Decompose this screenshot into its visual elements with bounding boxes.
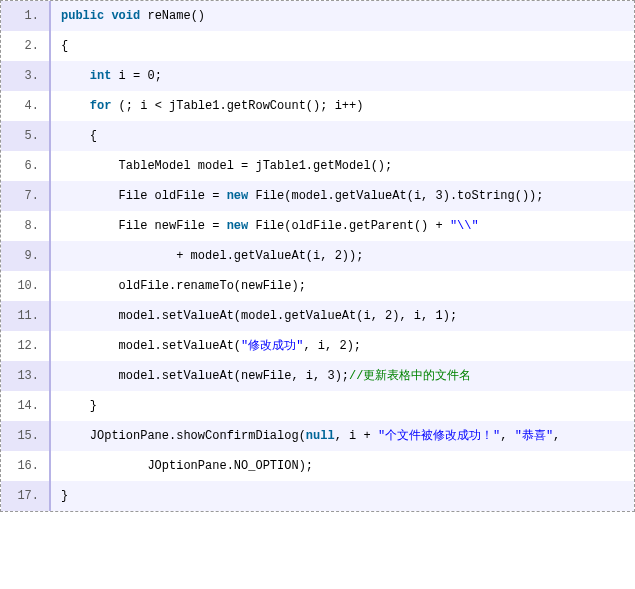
code-content: File oldFile = new File(model.getValueAt… [51,181,634,211]
code-content: { [51,121,634,151]
code-line: 1.public void reName() [1,1,634,31]
code-line: 12. model.setValueAt("修改成功", i, 2); [1,331,634,361]
line-number: 9. [1,241,51,271]
code-block: 1.public void reName()2.{3. int i = 0;4.… [0,0,635,512]
line-number: 12. [1,331,51,361]
code-content: TableModel model = jTable1.getModel(); [51,151,634,181]
code-line: 15. JOptionPane.showConfirmDialog(null, … [1,421,634,451]
code-line: 2.{ [1,31,634,61]
code-line: 16. JOptionPane.NO_OPTION); [1,451,634,481]
code-line: 9. + model.getValueAt(i, 2)); [1,241,634,271]
line-number: 4. [1,91,51,121]
code-line: 17.} [1,481,634,511]
code-content: model.setValueAt(model.getValueAt(i, 2),… [51,301,634,331]
line-number: 2. [1,31,51,61]
line-number: 14. [1,391,51,421]
code-content: model.setValueAt("修改成功", i, 2); [51,331,634,361]
line-number: 3. [1,61,51,91]
code-content: model.setValueAt(newFile, i, 3);//更新表格中的… [51,361,634,391]
code-content: int i = 0; [51,61,634,91]
line-number: 7. [1,181,51,211]
line-number: 13. [1,361,51,391]
line-number: 10. [1,271,51,301]
line-number: 15. [1,421,51,451]
code-line: 7. File oldFile = new File(model.getValu… [1,181,634,211]
code-content: } [51,481,634,511]
code-content: + model.getValueAt(i, 2)); [51,241,634,271]
line-number: 16. [1,451,51,481]
code-line: 3. int i = 0; [1,61,634,91]
line-number: 6. [1,151,51,181]
code-content: oldFile.renameTo(newFile); [51,271,634,301]
code-content: public void reName() [51,1,634,31]
line-number: 5. [1,121,51,151]
code-line: 8. File newFile = new File(oldFile.getPa… [1,211,634,241]
code-line: 13. model.setValueAt(newFile, i, 3);//更新… [1,361,634,391]
code-content: { [51,31,634,61]
code-line: 14. } [1,391,634,421]
code-line: 5. { [1,121,634,151]
code-content: JOptionPane.showConfirmDialog(null, i + … [51,421,634,451]
code-line: 4. for (; i < jTable1.getRowCount(); i++… [1,91,634,121]
code-line: 11. model.setValueAt(model.getValueAt(i,… [1,301,634,331]
code-line: 10. oldFile.renameTo(newFile); [1,271,634,301]
line-number: 8. [1,211,51,241]
line-number: 11. [1,301,51,331]
code-content: JOptionPane.NO_OPTION); [51,451,634,481]
code-content: for (; i < jTable1.getRowCount(); i++) [51,91,634,121]
line-number: 17. [1,481,51,511]
code-line: 6. TableModel model = jTable1.getModel()… [1,151,634,181]
line-number: 1. [1,1,51,31]
code-content: } [51,391,634,421]
code-content: File newFile = new File(oldFile.getParen… [51,211,634,241]
